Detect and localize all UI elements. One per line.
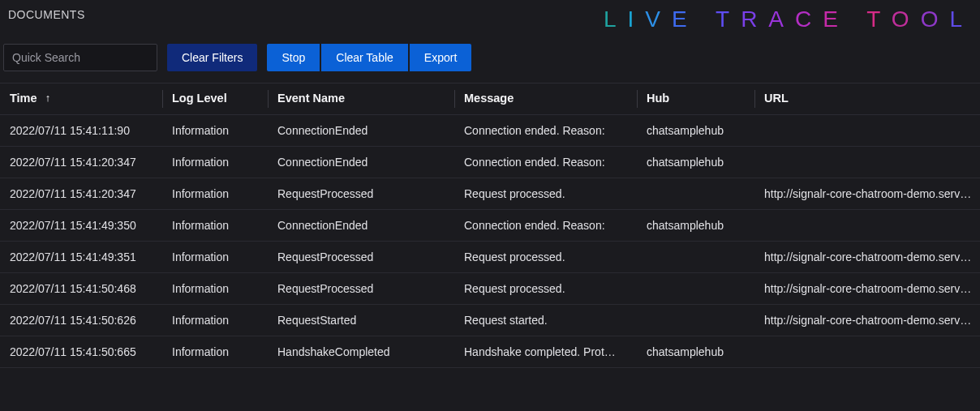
table-row[interactable]: 2022/07/11 15:41:11:90InformationConnect… (0, 115, 980, 147)
cell-event-name: RequestProcessed (268, 242, 454, 273)
cell-event-name: RequestProcessed (268, 178, 454, 210)
sort-ascending-icon: ↑ (45, 92, 51, 104)
col-header-url[interactable]: URL (754, 83, 980, 115)
cell-log-level: Information (162, 242, 268, 273)
cell-time: 2022/07/11 15:41:11:90 (0, 115, 162, 147)
table-row[interactable]: 2022/07/11 15:41:49:351InformationReques… (0, 242, 980, 273)
cell-url: http://signalr-core-chatroom-demo.servic… (754, 305, 980, 336)
page-title: DOCUMENTS (6, 6, 85, 21)
cell-time: 2022/07/11 15:41:50:665 (0, 336, 162, 368)
log-table: Time ↑ Log Level Event Name Message Hub … (0, 83, 980, 368)
cell-hub: chatsamplehub (637, 210, 754, 242)
cell-event-name: RequestProcessed (268, 273, 454, 305)
toolbar: Clear Filters Stop Clear Table Export (0, 39, 980, 83)
table-row[interactable]: 2022/07/11 15:41:20:347InformationConnec… (0, 147, 980, 178)
table-row[interactable]: 2022/07/11 15:41:50:468InformationReques… (0, 273, 980, 305)
cell-log-level: Information (162, 336, 268, 368)
cell-log-level: Information (162, 178, 268, 210)
cell-hub (637, 242, 754, 273)
table-row[interactable]: 2022/07/11 15:41:20:347InformationReques… (0, 178, 980, 210)
cell-message: Request processed. (454, 178, 637, 210)
col-header-message[interactable]: Message (454, 83, 637, 115)
col-header-event-name[interactable]: Event Name (268, 83, 454, 115)
col-header-label: Time (10, 92, 37, 105)
cell-message: Request started. (454, 305, 637, 336)
cell-log-level: Information (162, 305, 268, 336)
table-row[interactable]: 2022/07/11 15:41:49:350InformationConnec… (0, 210, 980, 242)
table-header-row: Time ↑ Log Level Event Name Message Hub … (0, 83, 980, 115)
cell-hub: chatsamplehub (637, 147, 754, 178)
cell-url (754, 147, 980, 178)
cell-time: 2022/07/11 15:41:20:347 (0, 147, 162, 178)
cell-message: Request processed. (454, 273, 637, 305)
col-header-time[interactable]: Time ↑ (0, 83, 162, 115)
col-header-log-level[interactable]: Log Level (162, 83, 268, 115)
cell-url (754, 336, 980, 368)
cell-event-name: ConnectionEnded (268, 210, 454, 242)
cell-time: 2022/07/11 15:41:50:468 (0, 273, 162, 305)
cell-log-level: Information (162, 210, 268, 242)
cell-hub: chatsamplehub (637, 336, 754, 368)
cell-time: 2022/07/11 15:41:49:351 (0, 242, 162, 273)
cell-log-level: Information (162, 273, 268, 305)
cell-url (754, 115, 980, 147)
cell-time: 2022/07/11 15:41:20:347 (0, 178, 162, 210)
cell-message: Request processed. (454, 242, 637, 273)
cell-hub (637, 178, 754, 210)
clear-filters-button[interactable]: Clear Filters (167, 44, 257, 71)
cell-hub (637, 305, 754, 336)
table-row[interactable]: 2022/07/11 15:41:50:626InformationReques… (0, 305, 980, 336)
cell-url: http://signalr-core-chatroom-demo.servic… (754, 273, 980, 305)
table-row[interactable]: 2022/07/11 15:41:50:665InformationHandsh… (0, 336, 980, 368)
col-header-hub[interactable]: Hub (637, 83, 754, 115)
cell-event-name: ConnectionEnded (268, 147, 454, 178)
clear-table-button[interactable]: Clear Table (321, 44, 408, 71)
cell-message: Handshake completed. Prot… (454, 336, 637, 368)
cell-url: http://signalr-core-chatroom-demo.servic… (754, 242, 980, 273)
cell-message: Connection ended. Reason: (454, 210, 637, 242)
cell-url (754, 210, 980, 242)
brand-title: LIVE TRACE TOOL (604, 6, 974, 32)
cell-url: http://signalr-core-chatroom-demo.servic… (754, 178, 980, 210)
cell-hub: chatsamplehub (637, 115, 754, 147)
cell-event-name: ConnectionEnded (268, 115, 454, 147)
action-button-group: Stop Clear Table Export (267, 44, 471, 71)
cell-event-name: HandshakeCompleted (268, 336, 454, 368)
cell-event-name: RequestStarted (268, 305, 454, 336)
cell-log-level: Information (162, 147, 268, 178)
cell-hub (637, 273, 754, 305)
cell-message: Connection ended. Reason: (454, 115, 637, 147)
stop-button[interactable]: Stop (267, 44, 320, 71)
cell-time: 2022/07/11 15:41:49:350 (0, 210, 162, 242)
export-button[interactable]: Export (410, 44, 471, 71)
cell-message: Connection ended. Reason: (454, 147, 637, 178)
cell-log-level: Information (162, 115, 268, 147)
cell-time: 2022/07/11 15:41:50:626 (0, 305, 162, 336)
search-input[interactable] (3, 44, 157, 71)
